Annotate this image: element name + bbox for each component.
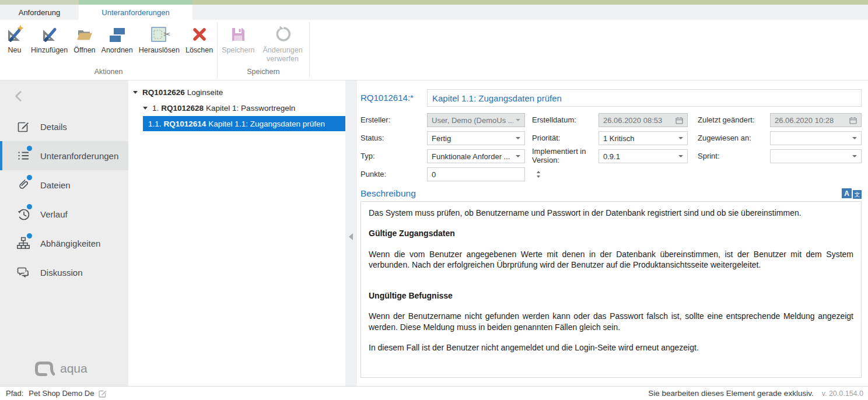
requirements-tree: RQ1012626 Loginseite 1. RQ1012628 Kapite… bbox=[128, 80, 345, 386]
translate-button[interactable]: A 文 bbox=[842, 188, 862, 199]
sidebar: Details Unteranforderungen bbox=[0, 80, 128, 386]
translate-a-icon: A bbox=[842, 188, 852, 198]
strip-segment-active-tab bbox=[79, 0, 192, 5]
chat-icon bbox=[16, 265, 30, 279]
chevron-left-icon bbox=[16, 92, 21, 100]
panel-splitter[interactable] bbox=[345, 80, 357, 386]
oeffnen-button[interactable]: Öffnen bbox=[71, 23, 98, 56]
title-input[interactable] bbox=[427, 89, 862, 107]
tab-anforderung[interactable]: Anforderung bbox=[0, 5, 79, 20]
zuletzt-geaendert-label: Zuletzt geändert: bbox=[698, 116, 770, 125]
sidebar-collapse-button[interactable] bbox=[12, 89, 27, 104]
sidebar-item-label: Abhängigkeiten bbox=[40, 238, 100, 248]
calendar-icon bbox=[849, 117, 857, 124]
ersteller-dropdown[interactable]: User, Demo (DemoUs ... bbox=[427, 113, 525, 127]
implementiert-in-version-dropdown[interactable]: 0.9.1 bbox=[598, 149, 688, 163]
tree-item-rq1012626[interactable]: RQ1012626 Loginseite bbox=[128, 85, 345, 100]
chevron-down-icon bbox=[678, 137, 683, 139]
ribbon-group-aktionen: Neu Hinzufügen bbox=[0, 20, 217, 80]
herausloesen-button[interactable]: ✂ Herauslösen bbox=[136, 23, 183, 56]
description-editor[interactable]: Das System muss prüfen, ob Benutzername … bbox=[360, 201, 862, 378]
fields-grid: Ersteller: User, Demo (DemoUs ... Erstel… bbox=[360, 113, 862, 181]
save-floppy-icon bbox=[228, 24, 249, 45]
sidebar-item-label: Unteranforderungen bbox=[40, 151, 118, 161]
sidebar-item-label: Dateien bbox=[40, 180, 71, 190]
sidebar-nav: Details Unteranforderungen bbox=[0, 112, 128, 287]
delete-x-icon bbox=[189, 24, 210, 45]
speichern-label: Speichern bbox=[222, 46, 254, 55]
chevron-down-icon bbox=[516, 155, 520, 157]
erstelldatum-field[interactable]: 26.06.2020 08:53 bbox=[598, 113, 688, 127]
zugewiesen-an-dropdown[interactable] bbox=[770, 131, 862, 145]
punkte-label: Punkte: bbox=[360, 170, 427, 179]
detach-scissors-icon: ✂ bbox=[149, 24, 170, 45]
sidebar-item-abhaengigkeiten[interactable]: Abhängigkeiten bbox=[0, 229, 128, 258]
ribbon-group-speichern: Speichern Änderungen verwerfen Speichern bbox=[218, 20, 309, 80]
expander-caret-icon[interactable] bbox=[143, 107, 148, 110]
sidebar-item-unteranforderungen[interactable]: Unteranforderungen bbox=[0, 141, 128, 170]
translate-lang-icon: 文 bbox=[853, 190, 862, 199]
title-row: RQ1012614:* bbox=[360, 89, 862, 107]
calendar-icon bbox=[676, 117, 683, 124]
loeschen-button[interactable]: Löschen bbox=[183, 23, 216, 56]
collapse-tree-arrow-icon[interactable] bbox=[349, 233, 353, 240]
aenderungen-verwerfen-button[interactable]: Änderungen verwerfen bbox=[258, 23, 308, 65]
prioritaet-label: Priorität: bbox=[532, 134, 598, 143]
status-bar: Pfad: Pet Shop Demo De Sie bearbeiten di… bbox=[0, 386, 868, 400]
erstelldatum-label: Erstelldatum: bbox=[532, 116, 598, 125]
tree-item-rq1012614-selected[interactable]: 1.1. RQ1012614 Kapitel 1.1: Zugangsdaten… bbox=[143, 116, 345, 131]
sidebar-item-details[interactable]: Details bbox=[0, 112, 128, 141]
description-heading: Beschreibung bbox=[360, 188, 416, 199]
scissors-glyph: ✂ bbox=[163, 29, 171, 40]
top-color-strip bbox=[0, 0, 868, 5]
status-dropdown[interactable]: Fertig bbox=[427, 131, 525, 145]
requirement-id-label: RQ1012614:* bbox=[360, 89, 427, 107]
hierarchy-icon bbox=[16, 236, 30, 250]
new-wizard-icon bbox=[4, 24, 25, 45]
description-paragraph: Wenn die vom Benutzer angegebenen Werte … bbox=[369, 249, 853, 271]
punkte-input[interactable] bbox=[432, 170, 534, 179]
spin-up-icon[interactable] bbox=[537, 171, 540, 173]
typ-dropdown[interactable]: Funktionale Anforder ... bbox=[427, 149, 525, 163]
path-value: Pet Shop Demo De bbox=[29, 389, 94, 398]
ribbon-tab-bar: Anforderung Unteranforderungen bbox=[0, 5, 868, 20]
sprint-dropdown[interactable] bbox=[770, 149, 862, 163]
strip-segment-rest bbox=[192, 0, 868, 5]
hinzufuegen-button[interactable]: Hinzufügen bbox=[28, 23, 71, 56]
sprint-label: Sprint: bbox=[698, 152, 770, 161]
anordnen-button[interactable]: Anordnen bbox=[99, 23, 136, 56]
ribbon-toolbar: Neu Hinzufügen bbox=[0, 20, 868, 80]
aenderungen-verwerfen-label: Änderungen verwerfen bbox=[261, 46, 305, 64]
zugewiesen-an-label: Zugewiesen an: bbox=[698, 134, 770, 143]
tree-item-id: RQ1012614 bbox=[164, 120, 206, 128]
prioritaet-dropdown[interactable]: 1 Kritisch bbox=[598, 131, 688, 145]
expander-caret-icon[interactable] bbox=[133, 91, 138, 94]
path-label: Pfad: bbox=[6, 389, 23, 398]
anordnen-label: Anordnen bbox=[102, 46, 133, 55]
open-folder-icon bbox=[74, 24, 95, 45]
tree-item-prefix: 1.1. bbox=[148, 120, 162, 128]
implementiert-in-version-label: Implementiert in Version: bbox=[532, 148, 598, 164]
sidebar-item-dateien[interactable]: Dateien bbox=[0, 170, 128, 199]
speichern-button[interactable]: Speichern bbox=[219, 23, 257, 56]
tree-item-title: Kapitel 1: Passwortregeln bbox=[206, 104, 295, 113]
chevron-down-icon bbox=[516, 119, 520, 121]
zuletzt-geaendert-field[interactable]: 26.06.2020 10:28 bbox=[770, 113, 862, 127]
aqua-logo: aqua bbox=[34, 360, 88, 377]
sidebar-item-verlauf[interactable]: Verlauf bbox=[0, 199, 128, 229]
tab-unteranforderungen[interactable]: Unteranforderungen bbox=[79, 5, 192, 20]
sidebar-item-diskussion[interactable]: Diskussion bbox=[0, 258, 128, 287]
typ-label: Typ: bbox=[360, 152, 427, 161]
aqua-logo-icon bbox=[34, 360, 55, 377]
spin-down-icon[interactable] bbox=[537, 176, 540, 178]
description-subheading: Gültige Zugangsdaten bbox=[369, 228, 853, 238]
tree-item-rq1012628[interactable]: 1. RQ1012628 Kapitel 1: Passwortregeln bbox=[128, 100, 345, 116]
notification-badge bbox=[27, 233, 32, 238]
strip-segment-inactive-tab bbox=[0, 0, 79, 5]
description-paragraph: In diesem Fall ist der Benutzer nicht an… bbox=[369, 342, 853, 353]
ersteller-label: Ersteller: bbox=[360, 116, 427, 125]
app-version: v. 20.0.154.0 bbox=[822, 390, 863, 398]
edit-path-button[interactable] bbox=[98, 389, 107, 398]
neu-button[interactable]: Neu bbox=[1, 23, 28, 56]
punkte-stepper[interactable] bbox=[427, 167, 525, 181]
